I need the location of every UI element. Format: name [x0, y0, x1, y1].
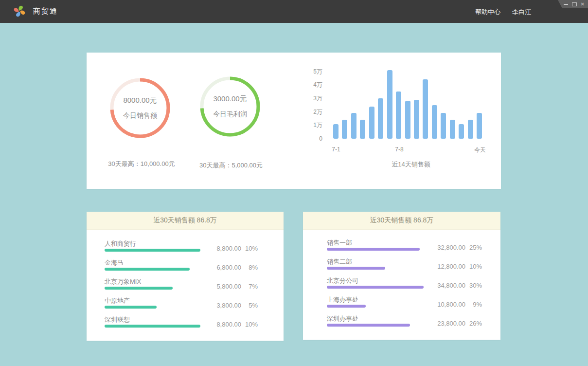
- app-logo-pinwheel-icon: [13, 4, 26, 18]
- daily-sales-bars: [333, 58, 482, 139]
- app-window: 商贸通 帮助中心 李白江 ✕ 8000.00元 今日销售额 30天最高：10,0…: [0, 0, 588, 366]
- app-title: 商贸通: [33, 7, 58, 16]
- sales-bar: [387, 70, 392, 139]
- amount-value: 8,800.00: [202, 321, 241, 328]
- percent-value: 10%: [241, 245, 258, 252]
- department-ranking-panel: 近30天销售额 86.8万 销售一部 32,800.00 25% 销售二部 12…: [303, 212, 500, 340]
- amount-value: 6,800.00: [202, 264, 241, 271]
- amount-value: 10,800.00: [427, 301, 465, 308]
- today-profit-value: 3000.00元: [213, 94, 247, 104]
- list-item: 深圳办事处 23,800.00 26%: [303, 314, 500, 333]
- percent-value: 26%: [465, 320, 482, 327]
- percent-value: 10%: [465, 263, 482, 270]
- sales-bar: [369, 107, 374, 139]
- sales-bar: [441, 113, 446, 139]
- sales-bar: [414, 100, 419, 139]
- entity-name: 销售一部: [327, 238, 352, 247]
- y-tick-label: 1万: [295, 122, 322, 128]
- progress-bar: [327, 267, 385, 270]
- percent-value: 5%: [241, 302, 258, 309]
- list-item: 销售二部 12,800.00 10%: [303, 257, 500, 276]
- list-item: 中原地产 3,800.00 5%: [87, 296, 284, 315]
- help-center-link[interactable]: 帮助中心: [475, 8, 500, 17]
- minimize-icon[interactable]: [564, 4, 568, 5]
- ranking-rows: 人和商贸行 8,800.00 10% 金海马 6,800.00 8% 北京万象M…: [87, 230, 284, 334]
- today-summary-card: 8000.00元 今日销售额 30天最高：10,000.00元 3000.00元…: [87, 53, 501, 189]
- sales-bar: [459, 124, 464, 139]
- progress-bar: [105, 306, 157, 309]
- entity-name: 中原地产: [105, 296, 130, 305]
- list-item: 金海马 6,800.00 8%: [87, 258, 284, 277]
- list-item: 北京万象MIX 5,800.00 7%: [87, 277, 284, 296]
- progress-bar: [327, 286, 424, 289]
- x-tick-label: 7-1: [326, 146, 346, 153]
- percent-value: 8%: [241, 264, 258, 271]
- sales-bar: [450, 120, 455, 139]
- sales-bar: [468, 120, 473, 139]
- percent-value: 25%: [465, 244, 482, 251]
- panel-title: 近30天销售额 86.8万: [303, 212, 500, 230]
- y-axis-ticks: 5万4万3万2万1万0: [295, 53, 322, 189]
- entity-name: 深圳联想: [105, 315, 130, 324]
- list-item: 销售一部 32,800.00 25%: [303, 238, 500, 257]
- entity-name: 销售二部: [327, 257, 352, 266]
- profit-30day-max: 30天最高：5,000.00元: [180, 161, 282, 170]
- customer-ranking-panel: 近30天销售额 86.8万 人和商贸行 8,800.00 10% 金海马 6,8…: [87, 212, 284, 341]
- entity-name: 北京万象MIX: [105, 277, 141, 286]
- amount-value: 23,800.00: [427, 320, 465, 327]
- today-sales-label: 今日销售额: [123, 111, 157, 120]
- entity-name: 上海办事处: [327, 295, 358, 304]
- y-tick-label: 0: [295, 135, 322, 142]
- sales-bar: [432, 105, 437, 139]
- x-tick-label: 今天: [467, 146, 493, 154]
- entity-name: 北京分公司: [327, 276, 358, 285]
- amount-value: 5,800.00: [202, 283, 241, 290]
- percent-value: 9%: [465, 301, 482, 308]
- sales-bar: [333, 124, 339, 139]
- progress-bar: [105, 287, 173, 290]
- list-item: 人和商贸行 8,800.00 10%: [87, 239, 284, 258]
- amount-value: 12,800.00: [427, 263, 465, 270]
- progress-bar: [105, 268, 190, 271]
- progress-bar: [327, 324, 410, 327]
- percent-value: 30%: [465, 282, 482, 289]
- progress-bar: [105, 249, 200, 252]
- entity-name: 深圳办事处: [327, 314, 358, 323]
- amount-value: 3,800.00: [202, 302, 241, 309]
- x-tick-label: 7-8: [389, 146, 410, 153]
- titlebar: 商贸通 帮助中心 李白江 ✕: [0, 0, 588, 23]
- close-icon[interactable]: ✕: [581, 2, 585, 7]
- list-item: 北京分公司 34,800.00 30%: [303, 276, 500, 295]
- progress-bar: [327, 248, 420, 251]
- window-controls: ✕: [558, 0, 588, 8]
- sales-30day-max: 30天最高：10,000.00元: [90, 160, 193, 168]
- user-name-menu[interactable]: 李白江: [512, 8, 531, 17]
- panel-title: 近30天销售额 86.8万: [87, 212, 284, 230]
- today-sales-value: 8000.00元: [123, 96, 157, 105]
- percent-value: 7%: [241, 283, 258, 290]
- today-profit-label: 今日毛利润: [213, 110, 247, 119]
- amount-value: 8,800.00: [202, 245, 241, 252]
- amount-value: 32,800.00: [427, 244, 465, 251]
- list-item: 上海办事处 10,800.00 9%: [303, 295, 500, 314]
- amount-value: 34,800.00: [427, 282, 465, 289]
- sales-bar: [351, 113, 356, 139]
- y-tick-label: 2万: [295, 109, 322, 115]
- ranking-rows: 销售一部 32,800.00 25% 销售二部 12,800.00 10% 北京…: [303, 230, 500, 333]
- sales-bar: [378, 98, 383, 139]
- sales-bar: [360, 120, 365, 139]
- percent-value: 10%: [241, 321, 258, 328]
- sales-bar: [423, 79, 428, 139]
- y-tick-label: 5万: [295, 68, 322, 75]
- sales-bar: [405, 101, 410, 139]
- list-item: 深圳联想 8,800.00 10%: [87, 315, 284, 334]
- sales-bar: [342, 120, 347, 139]
- donut-chart-today-profit: 3000.00元 今日毛利润: [199, 75, 261, 138]
- y-tick-label: 4万: [295, 81, 322, 88]
- donut-chart-today-sales: 8000.00元 今日销售额: [109, 77, 171, 139]
- entity-name: 金海马: [105, 258, 124, 267]
- y-tick-label: 3万: [295, 95, 322, 102]
- sales-bar: [477, 113, 482, 139]
- maximize-icon[interactable]: [572, 2, 577, 6]
- bar-chart-title: 近14天销售额: [362, 160, 460, 169]
